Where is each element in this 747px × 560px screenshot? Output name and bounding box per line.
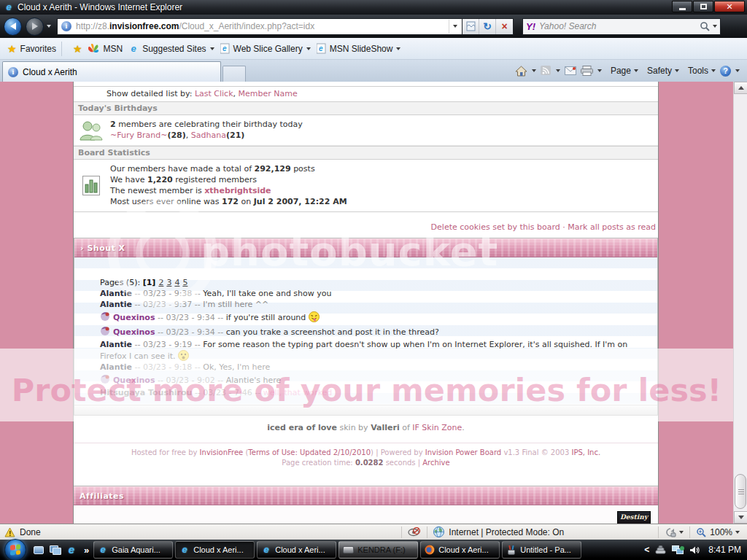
search-icon[interactable] (700, 21, 710, 31)
if-skin-zone-link[interactable]: IF Skin Zone (412, 423, 462, 432)
favorite-suggested-sites[interactable]: e Suggested Sites (128, 44, 214, 54)
stop-button[interactable]: × (496, 19, 513, 34)
ie-quicklaunch-icon[interactable]: e (66, 545, 77, 555)
show-desktop-icon[interactable] (34, 546, 44, 554)
favorite-web-slice-gallery[interactable]: e Web Slice Gallery (220, 43, 311, 54)
favorites-button[interactable]: ★ Favorites (7, 43, 56, 55)
home-dropdown-icon[interactable] (532, 69, 536, 72)
scroll-down-button[interactable] (734, 511, 747, 524)
maximize-button[interactable] (693, 1, 713, 12)
birthday-member-link[interactable]: Sadhana (191, 131, 226, 140)
tab-row: i Cloud x Aerith Page Safety Tools ? (0, 60, 747, 82)
print-icon[interactable] (581, 66, 593, 76)
address-dropdown-icon[interactable] (449, 20, 460, 34)
network-icon[interactable] (672, 545, 684, 555)
last-click-link[interactable]: Last Click (195, 89, 233, 98)
shout-time: 03/23 - 9:19 (143, 340, 192, 349)
feed-icon[interactable] (541, 66, 551, 76)
back-button[interactable] (4, 18, 22, 36)
search-input[interactable] (539, 21, 700, 31)
site-info-icon[interactable]: i (61, 21, 71, 31)
scroll-up-button[interactable] (734, 82, 747, 94)
archive-link[interactable]: Archive (422, 459, 449, 467)
url-text[interactable]: http://z8.invisionfree.com/Cloud_x_Aerit… (76, 21, 449, 31)
ipb-link[interactable]: Invision Power Board (425, 448, 501, 456)
help-icon[interactable]: ? (720, 66, 731, 77)
switch-windows-icon[interactable] (50, 545, 61, 554)
page-link[interactable]: 3 (166, 278, 171, 287)
shout-author[interactable]: Alantie (100, 300, 132, 309)
volume-icon[interactable] (689, 545, 700, 555)
shout-author[interactable]: Quexinos (113, 313, 155, 322)
print-dropdown-icon[interactable] (597, 69, 602, 72)
newest-member-link[interactable]: xthebrightside (204, 186, 271, 195)
member-name-link[interactable]: Member Name (239, 89, 298, 98)
tray-collapse-icon[interactable]: < (644, 545, 649, 555)
separator: -- (135, 289, 141, 298)
taskbar-button-cloud-x-aerith-active[interactable]: e Cloud x Aeri... (175, 541, 255, 559)
shout-author[interactable]: Quexinos (113, 376, 155, 385)
mark-read-link[interactable]: Mark all posts as read (568, 222, 656, 232)
shout-author[interactable]: Hitsugaya Toushirou (100, 388, 192, 397)
safety-menu-label: Safety (647, 66, 672, 76)
birthdays-header: Today's Birthdays (74, 101, 658, 115)
toolbar-overflow-icon[interactable]: » (84, 545, 89, 556)
page-link[interactable]: 5 (182, 278, 187, 287)
compatibility-view-button[interactable] (462, 19, 479, 34)
history-dropdown-icon[interactable] (47, 25, 51, 28)
forward-button[interactable] (26, 18, 44, 36)
ips-link[interactable]: IPS, Inc. (571, 448, 600, 456)
page-menu[interactable]: Page (611, 66, 638, 76)
tab-cloud-x-aerith[interactable]: i Cloud x Aerith (2, 61, 221, 82)
page-link[interactable]: 4 (174, 278, 179, 287)
address-bar[interactable]: i http://z8.invisionfree.com/Cloud_x_Aer… (57, 18, 462, 35)
web-slice-dropdown-icon (306, 47, 311, 50)
favorite-msn[interactable]: MSN (88, 44, 123, 54)
security-zone[interactable]: Internet | Protected Mode: On (433, 526, 652, 537)
read-mail-icon[interactable] (565, 66, 576, 75)
shout-time: 03/23 - 7:46 (203, 388, 252, 397)
shout-author[interactable]: Alantie (100, 289, 132, 298)
delete-cookies-link[interactable]: Delete cookies set by this board (431, 222, 560, 232)
invisionfree-link[interactable]: InvisionFree (200, 448, 244, 456)
taskbar-button-cloud-x-aerith-2[interactable]: e Cloud x Aeri... (257, 541, 336, 559)
shout-author[interactable]: Alantie (100, 362, 132, 372)
shout-author[interactable]: Alantie (100, 340, 132, 349)
clock[interactable]: 8:41 PM (708, 545, 741, 555)
shout-time: 03/23 - 9:34 (166, 327, 214, 337)
add-favorite-button[interactable]: ★ (73, 43, 82, 55)
protected-mode-refresh[interactable] (665, 527, 684, 537)
new-tab-button[interactable] (222, 66, 246, 82)
search-box[interactable]: Y! (522, 18, 721, 35)
home-icon[interactable] (515, 66, 527, 77)
help-dropdown-icon[interactable] (735, 69, 740, 72)
birthday-member-link[interactable]: ~Fury Brand~ (110, 131, 167, 140)
shout-author[interactable]: Quexinos (113, 327, 155, 337)
tools-menu[interactable]: Tools (688, 66, 716, 76)
taskbar-button-paint[interactable]: Untitled - Pa... (502, 541, 581, 559)
url-path: /Cloud_x_Aerith/index.php?act=idx (179, 21, 314, 31)
favorite-msn-slideshow[interactable]: e MSN SlideShow (317, 43, 401, 54)
inprivate-indicator[interactable] (408, 527, 421, 537)
feed-dropdown-icon[interactable] (556, 69, 560, 72)
terms-link[interactable]: Terms of Use: Updated 2/10/2010 (248, 448, 371, 456)
zoom-control[interactable]: 100% (696, 527, 740, 537)
scrollbar-thumb[interactable] (735, 474, 746, 509)
separator: -- (195, 289, 201, 298)
safely-remove-icon[interactable] (655, 545, 667, 554)
taskbar-button-kendra-drive[interactable]: KENDRA (F:) (338, 541, 418, 559)
taskbar-button-gaia[interactable]: e Gaia Aquari... (93, 541, 173, 559)
taskbar-button-cloud-x-aerith-firefox[interactable]: Cloud x Aeri... (420, 541, 500, 559)
minimize-button[interactable] (672, 1, 692, 12)
start-button[interactable] (4, 539, 26, 560)
page-scrollbar[interactable] (733, 82, 747, 524)
refresh-button[interactable]: ↻ (479, 19, 496, 34)
close-button[interactable]: ✕ (714, 1, 745, 12)
search-dropdown-icon[interactable] (713, 25, 717, 28)
birthday-count: 2 (110, 120, 116, 129)
separator: -- (217, 376, 223, 385)
affiliate-banner-destiny[interactable]: Destiny (617, 511, 651, 524)
page-link[interactable]: 2 (158, 278, 163, 287)
affiliates-title: Affiliates (74, 491, 124, 501)
safety-menu[interactable]: Safety (647, 66, 679, 76)
